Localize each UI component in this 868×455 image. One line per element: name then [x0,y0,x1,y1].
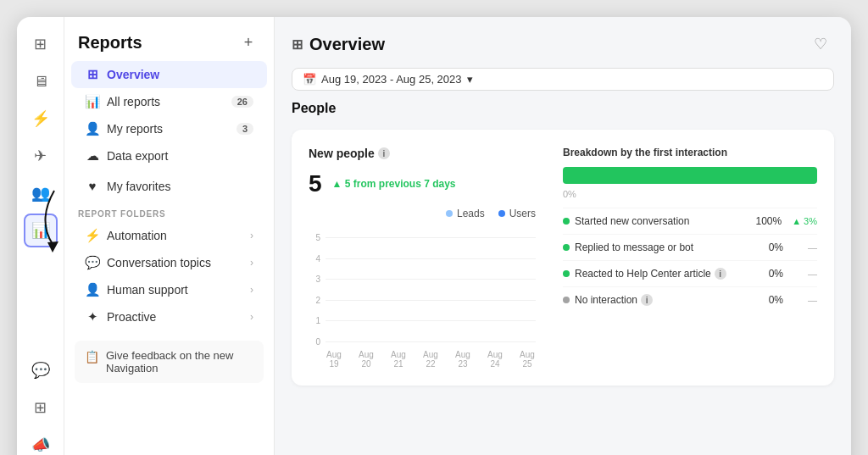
leads-dot [446,210,453,217]
breakdown-info-icon-3[interactable]: i [641,294,653,306]
sidebar-item-my-reports[interactable]: 👤 My reports 3 [71,115,267,142]
nav-megaphone-icon[interactable]: 📣 [24,428,58,455]
breakdown-delta-3: — [793,295,817,305]
sidebar-item-proactive[interactable]: ✦ Proactive › [71,303,267,330]
bars-container [326,233,536,350]
sidebar-item-data-export[interactable]: ☁ Data export [71,142,267,169]
x-label-aug25: Aug 25 [519,350,536,369]
breakdown-label-2: Reacted to Help Center article i [575,268,764,280]
proactive-icon: ✦ [85,309,100,325]
my-reports-icon: 👤 [85,121,100,136]
chevron-down-icon: ▾ [467,73,473,86]
nav-chat-icon[interactable]: 💬 [24,353,58,387]
breakdown-dot-2 [563,270,570,277]
page-title: ⊞ Overview [292,35,385,54]
chart-info-icon[interactable]: i [378,147,390,159]
all-reports-icon: 📊 [85,94,100,109]
breakdown-zero-pct: 0% [563,189,817,199]
breakdown-label-0: Started new conversation [575,215,750,227]
favorite-heart-button[interactable]: ♡ [807,31,834,58]
sidebar-item-conversation-topics[interactable]: 💬 Conversation topics › [71,249,267,276]
sidebar-header: Reports + [64,17,274,61]
sidebar-item-label: Human support [107,283,188,297]
sidebar-item-human-support[interactable]: 👤 Human support › [71,276,267,303]
sidebar-favorites-label: My favorites [107,180,170,193]
sidebar-section-label: REPORT FOLDERS [64,199,274,222]
breakdown-row-0: Started new conversation 100% ▲ 3% [563,208,817,234]
conversation-topics-icon: 💬 [85,255,100,270]
legend-users: Users [498,208,536,219]
sidebar-feedback[interactable]: 📋 Give feedback on the new Navigation [75,341,264,383]
breakdown-delta-1: — [793,242,817,252]
sidebar-item-label: Overview [107,68,159,81]
breakdown-pct-2: 0% [769,268,783,280]
nav-grid-icon[interactable]: ⊞ [24,27,58,61]
human-support-icon: 👤 [85,282,100,297]
nav-send-icon[interactable]: ✈ [24,139,58,173]
date-range-text: Aug 19, 2023 - Aug 25, 2023 [321,73,462,86]
sidebar-item-label: Conversation topics [107,256,211,269]
all-reports-badge: 26 [231,96,253,108]
chart-card: New people i 5 ▲ 5 from previous 7 days … [292,130,834,386]
chevron-icon: › [250,257,253,269]
nav-lightning-icon[interactable]: ⚡ [24,102,58,136]
feedback-icon: 📋 [85,350,99,363]
chart-right: Breakdown by the first interaction 0% St… [563,147,817,369]
chart-stats-row: 5 ▲ 5 from previous 7 days Leads Users [309,170,536,219]
x-axis-labels: Aug 19 Aug 20 Aug 21 Aug 22 Aug 23 Aug 2… [309,350,536,369]
breakdown-pct-3: 0% [769,294,783,306]
overview-icon: ⊞ [85,67,100,82]
nav-monitor-icon[interactable]: 🖥 [24,64,58,98]
chart-title: New people i [309,147,536,160]
breakdown-label-1: Replied to message or bot [575,241,764,253]
sidebar-title: Reports [78,33,142,53]
users-dot [498,210,505,217]
breakdown-title: Breakdown by the first interaction [563,147,817,158]
chevron-icon: › [250,284,253,296]
breakdown-info-icon-2[interactable]: i [715,268,726,280]
icon-nav: ⊞ 🖥 ⚡ ✈ 👥 📊 💬 ⊞ 📣 [17,17,64,455]
automation-icon: ⚡ [85,228,100,243]
nav-chart-icon[interactable]: 📊 [24,214,58,247]
nav-apps-icon[interactable]: ⊞ [24,391,58,424]
breakdown-dot-0 [563,218,570,225]
sidebar-item-favorites[interactable]: ♥ My favorites [71,173,267,199]
breakdown-bar [563,167,817,184]
favorites-icon: ♥ [85,179,100,193]
my-reports-badge: 3 [236,123,253,135]
breakdown-pct-0: 100% [755,215,782,227]
sidebar-item-label: All reports [107,95,160,108]
sidebar: Reports + ⊞ Overview 📊 All reports 26 👤 … [64,17,275,455]
section-title-people: People [292,101,834,116]
sidebar-item-overview[interactable]: ⊞ Overview [71,61,267,88]
sidebar-add-button[interactable]: + [236,31,260,54]
breakdown-row-2: Reacted to Help Center article i 0% — [563,260,817,286]
breakdown-dot-3 [563,297,570,303]
sidebar-item-label: Data export [107,149,168,163]
calendar-icon: 📅 [303,73,316,86]
app-shell: ⊞ 🖥 ⚡ ✈ 👥 📊 💬 ⊞ 📣 Reports + ⊞ Overview 📊… [17,17,851,455]
chevron-icon: › [250,230,253,241]
users-label: Users [509,208,536,219]
main-title-text: Overview [309,35,385,54]
main-content: ⊞ Overview ♡ 📅 Aug 19, 2023 - Aug 25, 20… [275,17,851,455]
stat-delta: ▲ 5 from previous 7 days [332,178,456,190]
nav-people-icon[interactable]: 👥 [24,176,58,210]
date-range-pill[interactable]: 📅 Aug 19, 2023 - Aug 25, 2023 ▾ [292,68,834,91]
sidebar-item-automation[interactable]: ⚡ Automation › [71,222,267,249]
x-label-aug21: Aug 21 [390,350,407,369]
leads-label: Leads [457,208,485,219]
chart-left: New people i 5 ▲ 5 from previous 7 days … [309,147,536,369]
stat-number: 5 [309,170,322,197]
breakdown-dot-1 [563,244,570,251]
breakdown-label-3: No interaction i [575,294,764,306]
sidebar-item-label: My reports [107,122,163,136]
x-label-aug20: Aug 20 [358,350,375,369]
breakdown-delta-0: ▲ 3% [792,216,817,226]
x-label-aug24: Aug 24 [487,350,504,369]
x-label-aug22: Aug 22 [422,350,439,369]
breakdown-pct-1: 0% [769,241,783,253]
bar-chart-area: 5 4 3 2 1 0 [309,233,536,369]
sidebar-item-all-reports[interactable]: 📊 All reports 26 [71,88,267,115]
chart-legend: Leads Users [446,208,536,219]
